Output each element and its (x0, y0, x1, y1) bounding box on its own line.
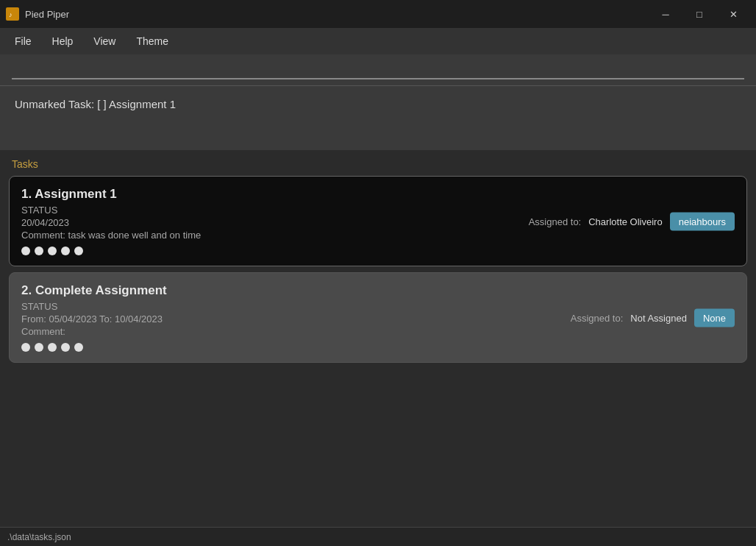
dot (74, 247, 83, 255)
title-bar: ♪ Pied Piper ─ □ ✕ (0, 0, 756, 28)
close-button[interactable]: ✕ (716, 3, 750, 25)
minimize-button[interactable]: ─ (649, 3, 682, 25)
dot (61, 343, 70, 352)
dot (48, 247, 57, 255)
menu-file[interactable]: File (6, 32, 40, 50)
main-content: Unmarked Task: [ ] Assignment 1 Tasks 1.… (0, 54, 756, 527)
dot (21, 247, 30, 255)
menu-view[interactable]: View (85, 32, 124, 50)
task-2-tag-button[interactable]: None (694, 308, 735, 327)
dot (61, 247, 70, 255)
app-icon: ♪ (6, 7, 19, 21)
task-card-1[interactable]: 1. Assignment 1 STATUS 20/04/2023 Commen… (9, 176, 747, 266)
task-1-tag-button[interactable]: neiahbours (670, 212, 735, 230)
title-bar-left: ♪ Pied Piper (6, 7, 69, 21)
task-2-title: 2. Complete Assignment (21, 283, 735, 298)
status-path: .\data\tasks.json (7, 532, 71, 542)
task-2-assigned-name: Not Assigned (630, 312, 687, 323)
menu-bar: File Help View Theme (0, 28, 756, 54)
dot (21, 343, 30, 352)
task-1-assigned-label: Assigned to: (529, 216, 582, 227)
info-text: Unmarked Task: [ ] Assignment 1 (15, 98, 176, 110)
maximize-button[interactable]: □ (682, 3, 716, 25)
search-input[interactable] (12, 60, 744, 79)
task-1-title: 1. Assignment 1 (21, 187, 735, 202)
task-1-comment: Comment: task was done well and on time (21, 230, 735, 241)
task-2-dots (21, 343, 735, 352)
dot (35, 343, 43, 352)
window-controls: ─ □ ✕ (649, 3, 750, 25)
dot (74, 343, 83, 352)
task-2-assigned-label: Assigned to: (571, 312, 624, 323)
window-title: Pied Piper (25, 9, 69, 20)
task-2-comment: Comment: (21, 326, 735, 337)
task-2-assign-row: Assigned to: Not Assigned None (571, 308, 735, 327)
menu-help[interactable]: Help (43, 32, 82, 50)
svg-text:♪: ♪ (9, 11, 13, 18)
task-card-2[interactable]: 2. Complete Assignment STATUS From: 05/0… (9, 272, 747, 363)
menu-theme[interactable]: Theme (127, 32, 177, 50)
tasks-section: Tasks 1. Assignment 1 STATUS 20/04/2023 … (0, 152, 756, 527)
search-area (0, 54, 756, 86)
dot (35, 247, 43, 255)
status-bar: .\data\tasks.json (0, 527, 756, 546)
task-1-assigned-name: Charlotte Oliveiro (588, 216, 662, 227)
task-1-dots (21, 247, 735, 255)
task-1-assign-row: Assigned to: Charlotte Oliveiro neiahbou… (529, 212, 735, 230)
info-area: Unmarked Task: [ ] Assignment 1 (0, 86, 756, 152)
dot (48, 343, 57, 352)
tasks-label: Tasks (9, 158, 747, 170)
